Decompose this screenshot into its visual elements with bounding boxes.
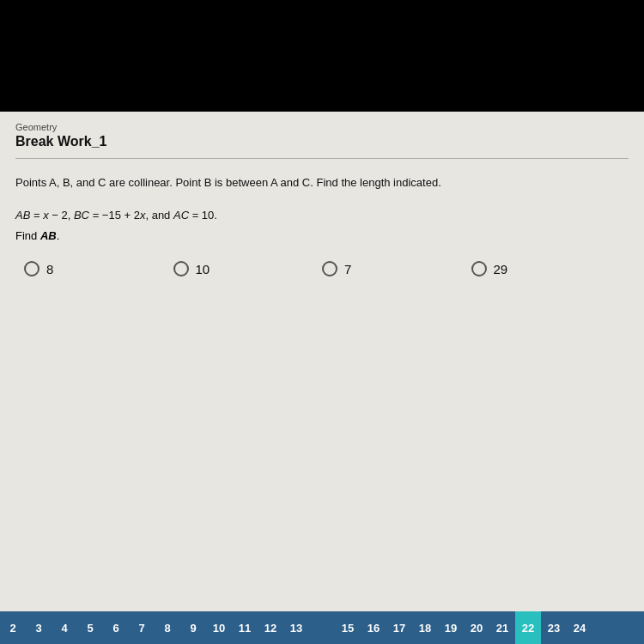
radio-2[interactable] <box>173 261 189 276</box>
page-num-24[interactable]: 24 <box>567 611 592 644</box>
equations-text: AB <box>15 209 30 222</box>
option-1[interactable]: 8 <box>24 261 173 276</box>
page-num-16[interactable]: 16 <box>361 611 386 644</box>
page-numbers: 23456789101112131415161718192021222324 <box>0 611 592 644</box>
page-num-10[interactable]: 10 <box>206 611 232 644</box>
option-2-label: 10 <box>196 262 210 276</box>
page-num-23[interactable]: 23 <box>541 611 567 644</box>
page-num-2[interactable]: 2 <box>0 611 26 644</box>
page-num-20[interactable]: 20 <box>464 611 489 644</box>
find-variable: AB <box>40 229 57 242</box>
page-num-6[interactable]: 6 <box>103 611 129 644</box>
find-label: Find AB. <box>15 229 629 242</box>
content-area: Points A, B, and C are collinear. Point … <box>15 174 629 638</box>
page-num-9[interactable]: 9 <box>180 611 206 644</box>
top-black-bar <box>0 0 644 112</box>
page-num-8[interactable]: 8 <box>155 611 180 644</box>
radio-4[interactable] <box>471 261 487 276</box>
page-num-11[interactable]: 11 <box>232 611 258 644</box>
option-2[interactable]: 10 <box>173 261 323 276</box>
page-num-7[interactable]: 7 <box>129 611 155 644</box>
options-row: 8 10 7 29 <box>15 261 629 276</box>
main-content: Geometry Break Work_1 Points A, B, and C… <box>0 112 644 638</box>
divider <box>15 158 629 159</box>
option-4[interactable]: 29 <box>471 261 621 276</box>
page-num-22[interactable]: 22 <box>515 611 541 644</box>
page-num-13[interactable]: 13 <box>283 611 309 644</box>
option-1-label: 8 <box>46 262 53 276</box>
page-title: Break Work_1 <box>15 134 629 149</box>
bottom-bar: 23456789101112131415161718192021222324 <box>0 611 644 644</box>
option-4-label: 29 <box>494 262 508 276</box>
option-3[interactable]: 7 <box>322 261 471 276</box>
page-num-17[interactable]: 17 <box>386 611 412 644</box>
instructions-text: Points A, B, and C are collinear. Point … <box>15 174 629 191</box>
page-num-18[interactable]: 18 <box>412 611 438 644</box>
page-num-4[interactable]: 4 <box>52 611 77 644</box>
page-num-15[interactable]: 15 <box>335 611 361 644</box>
page-num-12[interactable]: 12 <box>258 611 283 644</box>
page-num-19[interactable]: 19 <box>438 611 464 644</box>
option-3-label: 7 <box>344 262 351 276</box>
page-num-5[interactable]: 5 <box>77 611 103 644</box>
subject-label: Geometry <box>15 122 629 132</box>
page-num-14[interactable]: 14 <box>309 611 335 644</box>
radio-3[interactable] <box>322 261 337 276</box>
equation-block: AB = x − 2, BC = −15 + 2x, and AC = 10. <box>15 207 629 225</box>
radio-1[interactable] <box>24 261 39 276</box>
page-num-3[interactable]: 3 <box>26 611 52 644</box>
page-num-21[interactable]: 21 <box>489 611 515 644</box>
